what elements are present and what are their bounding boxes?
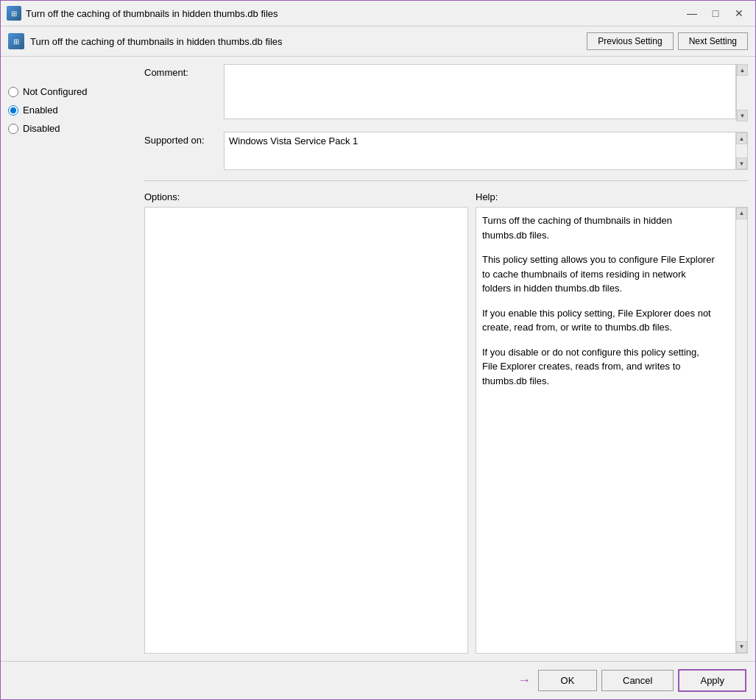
disabled-radio[interactable] [8,124,18,134]
header-buttons: Previous Setting Next Setting [587,32,748,50]
header-icon: ⊞ [8,33,24,49]
radio-group: Not Configured Enabled Disabled [8,64,144,134]
main-window: ⊞ Turn off the caching of thumbnails in … [0,0,756,700]
supported-scrollbar: ▲ ▼ [735,132,747,169]
options-header: Options: [144,191,468,202]
comment-row: Comment: ▲ ▼ [144,64,748,121]
enabled-option[interactable]: Enabled [8,105,144,116]
title-bar: ⊞ Turn off the caching of thumbnails in … [1,1,755,26]
supported-value: Windows Vista Service Pack 1 [229,135,358,146]
help-panel: Help: Turns off the caching of thumbnail… [476,191,748,654]
options-box [144,207,468,654]
comment-textarea[interactable] [224,64,736,119]
cancel-button[interactable]: Cancel [601,670,674,691]
minimize-button[interactable]: — [682,5,702,21]
supported-box: Windows Vista Service Pack 1 ▲ ▼ [224,132,748,170]
header-title: Turn off the caching of thumbnails in hi… [30,36,283,47]
help-scroll-down[interactable]: ▼ [736,641,747,653]
help-box: Turns off the caching of thumbnails in h… [476,207,748,654]
window-title: Turn off the caching of thumbnails in hi… [26,8,278,19]
help-scroll-up[interactable]: ▲ [736,208,747,219]
apply-button[interactable]: Apply [678,669,746,692]
help-scrollbar: ▲ ▼ [735,208,747,653]
scroll-down-arrow[interactable]: ▼ [737,110,748,121]
title-bar-left: ⊞ Turn off the caching of thumbnails in … [7,6,278,21]
divider [144,180,748,181]
comment-wrapper: ▲ ▼ [224,64,748,121]
left-panel: Not Configured Enabled Disabled [8,64,144,654]
previous-setting-button[interactable]: Previous Setting [587,32,673,50]
supported-label: Supported on: [144,132,218,146]
content-area: Not Configured Enabled Disabled Comment: [1,57,755,661]
panels-row: Options: Help: Turns off the caching of … [144,191,748,654]
enabled-label: Enabled [23,105,58,116]
options-panel: Options: [144,191,468,654]
header-left: ⊞ Turn off the caching of thumbnails in … [8,33,283,49]
supported-scroll-down[interactable]: ▼ [736,158,747,169]
comment-label: Comment: [144,64,218,78]
comment-scrollbar: ▲ ▼ [736,64,748,121]
bottom-bar: → OK Cancel Apply [1,661,755,699]
help-p1: Turns off the caching of thumbnails in h… [482,213,715,242]
supported-scroll-up[interactable]: ▲ [736,132,747,144]
help-header: Help: [476,191,748,202]
right-panel: Comment: ▲ ▼ Supported on: Windows Vista… [144,64,748,654]
not-configured-option[interactable]: Not Configured [8,86,144,97]
close-button[interactable]: ✕ [729,5,749,21]
title-controls: — □ ✕ [682,5,749,21]
ok-button[interactable]: OK [538,670,597,691]
disabled-label: Disabled [23,123,60,134]
not-configured-radio[interactable] [8,87,18,97]
scroll-up-arrow[interactable]: ▲ [737,64,748,76]
header-bar: ⊞ Turn off the caching of thumbnails in … [1,26,755,57]
window-icon: ⊞ [7,6,21,21]
next-setting-button[interactable]: Next Setting [678,32,748,50]
not-configured-label: Not Configured [23,86,87,97]
ok-arrow-icon: → [517,673,531,688]
help-p2: This policy setting allows you to config… [482,252,715,296]
supported-row: Supported on: Windows Vista Service Pack… [144,132,748,170]
help-p4: If you disable or do not configure this … [482,345,715,389]
help-content: Turns off the caching of thumbnails in h… [482,213,729,388]
disabled-option[interactable]: Disabled [8,123,144,134]
maximize-button[interactable]: □ [705,5,726,21]
help-p3: If you enable this policy setting, File … [482,306,715,335]
enabled-radio[interactable] [8,105,18,116]
